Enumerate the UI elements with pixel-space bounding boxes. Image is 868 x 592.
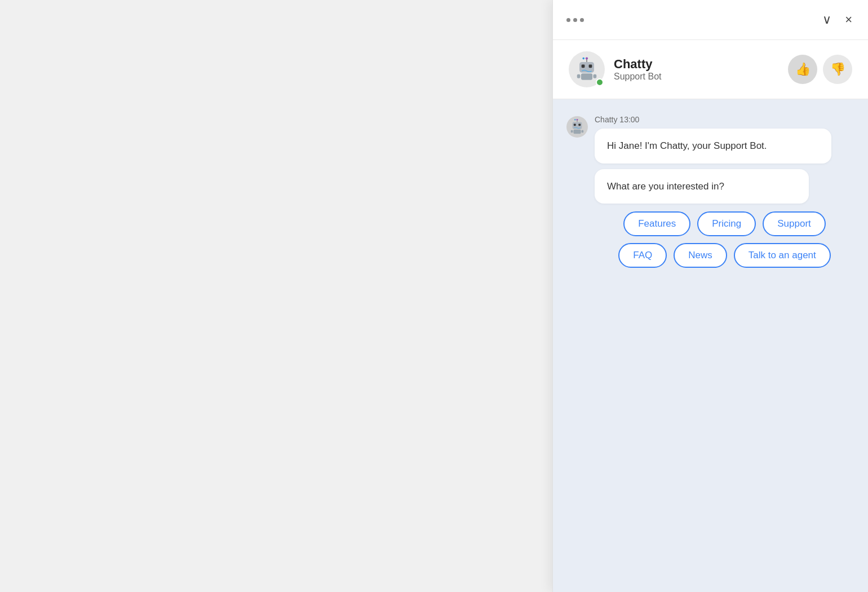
thumbs-up-button[interactable]: 👍 — [788, 55, 817, 84]
svg-rect-13 — [574, 123, 576, 126]
svg-rect-15 — [573, 130, 581, 134]
feedback-buttons: 👍 👎 — [788, 55, 852, 84]
bot-text-info: Chatty Support Bot — [614, 57, 662, 82]
svg-point-2 — [582, 58, 584, 60]
bot-avatar-wrap — [569, 51, 605, 87]
quick-reply-talk-to-agent[interactable]: Talk to an agent — [734, 243, 831, 268]
svg-rect-5 — [589, 64, 592, 68]
quick-reply-news[interactable]: News — [674, 243, 727, 268]
message-time-1: 13:00 — [619, 115, 639, 124]
message-meta-1: Chatty 13:00 — [595, 115, 854, 124]
svg-rect-8 — [594, 74, 597, 78]
chat-area: Chatty 13:00 Hi Jane! I'm Chatty, your S… — [553, 99, 868, 592]
svg-rect-17 — [582, 130, 584, 133]
robot-icon — [574, 56, 600, 82]
bot-header: Chatty Support Bot 👍 👎 — [553, 40, 868, 99]
svg-rect-6 — [581, 73, 592, 80]
message-content-1: Chatty 13:00 Hi Jane! I'm Chatty, your S… — [595, 115, 854, 268]
bot-name: Chatty — [614, 57, 662, 72]
message-bubble-2: What are you interested in? — [595, 169, 809, 204]
thumbs-down-button[interactable]: 👎 — [823, 55, 852, 84]
svg-rect-14 — [578, 123, 581, 126]
quick-reply-features[interactable]: Features — [623, 211, 690, 236]
top-bar-actions: ∨ × — [820, 12, 854, 27]
bot-subtitle: Support Bot — [614, 72, 662, 82]
quick-replies: Features Pricing Support FAQ News Talk t… — [595, 211, 854, 268]
more-dots[interactable] — [566, 18, 584, 22]
quick-reply-support[interactable]: Support — [763, 211, 826, 236]
bot-small-avatar — [566, 116, 588, 138]
message-row-1: Chatty 13:00 Hi Jane! I'm Chatty, your S… — [566, 115, 854, 268]
bot-info: Chatty Support Bot — [569, 51, 662, 87]
svg-rect-4 — [582, 64, 585, 68]
close-button[interactable]: × — [843, 12, 854, 27]
online-status-dot — [596, 78, 604, 86]
svg-point-11 — [574, 119, 575, 120]
quick-reply-pricing[interactable]: Pricing — [697, 211, 756, 236]
svg-rect-7 — [577, 74, 581, 78]
message-bubble-1: Hi Jane! I'm Chatty, your Support Bot. — [595, 129, 831, 164]
svg-rect-16 — [571, 130, 573, 133]
top-bar: ∨ × — [553, 0, 868, 40]
quick-reply-faq[interactable]: FAQ — [618, 243, 667, 268]
chat-widget: ∨ × — [552, 0, 868, 592]
svg-point-1 — [586, 57, 588, 59]
svg-point-10 — [577, 119, 578, 121]
sender-name-1: Chatty — [595, 115, 617, 124]
minimize-button[interactable]: ∨ — [820, 12, 834, 27]
robot-small-icon — [569, 118, 586, 135]
